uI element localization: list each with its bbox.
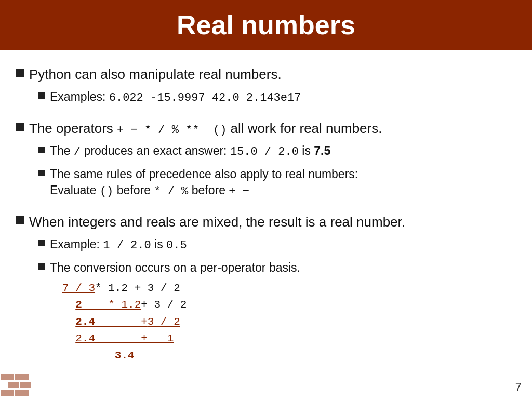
bullet-2-2-icon bbox=[38, 170, 45, 176]
eval-row-4: 2.4 + 1 bbox=[62, 330, 516, 348]
slide-header: Real numbers bbox=[0, 0, 532, 50]
bullet-3-2-icon bbox=[38, 263, 45, 270]
bullet-3-text: When integers and reals are mixed, the r… bbox=[29, 213, 405, 231]
bullet-1: Python can also manipulate real numbers. bbox=[16, 65, 516, 84]
spacer-1 bbox=[16, 108, 516, 115]
bullet-1-1-examples: 6.022 -15.9997 42.0 2.143e17 bbox=[109, 91, 301, 104]
bullet-2-1-text: The / produces an exact answer: 15.0 / 2… bbox=[50, 143, 330, 160]
eval-row-2: 2 * 1.2 + 3 / 2 bbox=[62, 297, 516, 314]
bullet-2-2: The same rules of precedence also apply … bbox=[38, 166, 516, 200]
bullet-3: When integers and reals are mixed, the r… bbox=[16, 213, 516, 231]
bullet-2-1-icon bbox=[38, 147, 45, 153]
brick-decoration bbox=[0, 373, 31, 399]
spacer-3 bbox=[16, 202, 516, 209]
eval-row-5: 3.4 bbox=[62, 348, 516, 365]
bullet-1-1-text: Examples: 6.022 -15.9997 42.0 2.143e17 bbox=[50, 89, 301, 106]
bullet-2-operators: + − * / % ** () bbox=[117, 124, 227, 137]
bullet-1-1-icon bbox=[38, 92, 45, 99]
bullet-1-icon bbox=[16, 69, 24, 77]
bullet-3-icon bbox=[16, 216, 24, 224]
eval-row-1: 7 / 3 * 1.2 + 3 / 2 bbox=[62, 280, 516, 297]
slide-title: Real numbers bbox=[16, 9, 516, 41]
bullet-2-2-text: The same rules of precedence also apply … bbox=[50, 166, 358, 200]
bullet-1-text: Python can also manipulate real numbers. bbox=[29, 65, 282, 84]
bullet-3-2: The conversion occurs on a per-operator … bbox=[38, 260, 516, 276]
eval-table: 7 / 3 * 1.2 + 3 / 2 2 * 1.2 + 3 / 2 2.4 … bbox=[62, 280, 516, 365]
spacer-4 bbox=[16, 256, 516, 260]
page-number: 7 bbox=[515, 380, 522, 394]
bullet-3-2-text: The conversion occurs on a per-operator … bbox=[50, 260, 300, 276]
spacer-2 bbox=[16, 162, 516, 166]
bullet-2-1: The / produces an exact answer: 15.0 / 2… bbox=[38, 143, 516, 160]
bullet-3-1-text: Example: 1 / 2.0 is 0.5 bbox=[50, 236, 187, 254]
bullet-2: The operators + − * / % ** () all work f… bbox=[16, 119, 516, 138]
bullet-2-text: The operators + − * / % ** () all work f… bbox=[29, 119, 382, 138]
bullet-3-1-icon bbox=[38, 240, 45, 246]
slide-content: Python can also manipulate real numbers.… bbox=[0, 50, 532, 399]
slide: Real numbers Python can also manipulate … bbox=[0, 0, 532, 399]
eval-row-3: 2.4 + 3 / 2 bbox=[62, 314, 516, 331]
bullet-3-1: Example: 1 / 2.0 is 0.5 bbox=[38, 236, 516, 254]
bullet-1-1: Examples: 6.022 -15.9997 42.0 2.143e17 bbox=[38, 89, 516, 106]
bullet-2-icon bbox=[16, 123, 24, 131]
